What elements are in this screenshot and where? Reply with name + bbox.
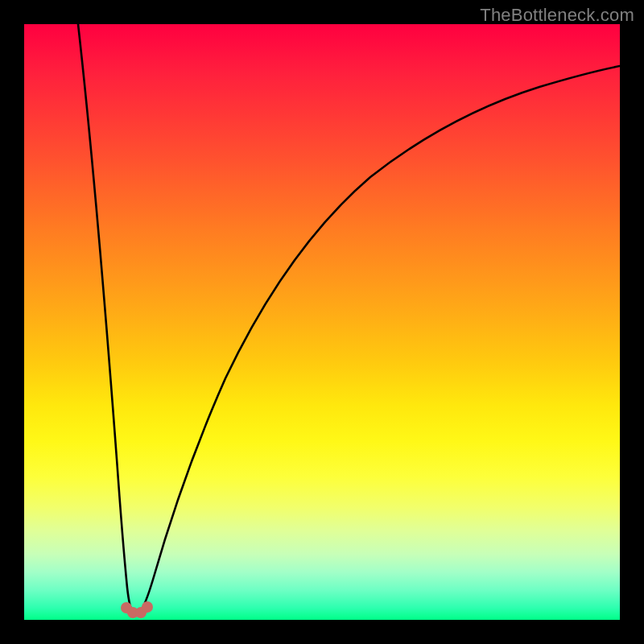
bottleneck-curve	[78, 24, 620, 613]
watermark-text: TheBottleneck.com	[480, 5, 634, 26]
chart-frame: TheBottleneck.com	[0, 0, 644, 644]
marker-dots	[121, 601, 153, 618]
curve-layer	[24, 24, 620, 620]
marker-dot	[142, 601, 153, 613]
plot-area	[24, 24, 620, 620]
